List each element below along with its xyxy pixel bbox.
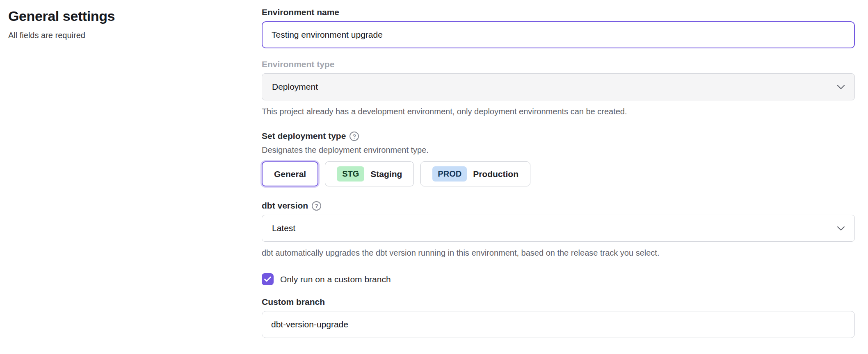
chevron-down-icon [837, 85, 845, 89]
deployment-type-general-button[interactable]: General [262, 161, 318, 186]
custom-branch-field: Custom branch [262, 297, 855, 338]
deployment-type-field: Set deployment type ? Designates the dep… [262, 131, 855, 186]
dbt-version-helper: dbt automatically upgrades the dbt versi… [262, 248, 855, 258]
deployment-type-staging-label: Staging [370, 169, 402, 179]
environment-type-label: Environment type [262, 59, 855, 69]
environment-settings-form: Environment name Environment type Deploy… [262, 7, 855, 338]
deployment-type-label: Set deployment type [262, 131, 346, 141]
environment-settings-page: General settings All fields are required… [0, 0, 868, 354]
dbt-version-select[interactable]: Latest [262, 215, 855, 242]
deployment-type-general-label: General [274, 169, 306, 179]
deployment-type-production-button[interactable]: PROD Production [420, 161, 530, 186]
help-icon[interactable]: ? [349, 132, 359, 141]
custom-branch-toggle-label: Only run on a custom branch [280, 275, 391, 284]
checkmark-icon [264, 277, 271, 282]
environment-type-field: Environment type Deployment This project… [262, 59, 855, 117]
production-badge: PROD [432, 166, 467, 182]
deployment-type-production-label: Production [473, 169, 519, 179]
environment-name-label: Environment name [262, 7, 855, 17]
dbt-version-label: dbt version [262, 201, 308, 211]
environment-name-field: Environment name [262, 7, 855, 48]
environment-type-select[interactable]: Deployment [262, 73, 855, 100]
environment-name-input[interactable] [262, 21, 855, 48]
custom-branch-toggle-row: Only run on a custom branch [262, 273, 855, 285]
custom-branch-label: Custom branch [262, 297, 855, 307]
help-icon[interactable]: ? [312, 201, 321, 211]
deployment-type-options: General STG Staging PROD Production [262, 161, 855, 186]
deployment-type-helper: Designates the deployment environment ty… [262, 145, 855, 155]
chevron-down-icon [837, 226, 845, 231]
custom-branch-checkbox[interactable] [262, 273, 274, 285]
dbt-version-value: Latest [272, 223, 295, 233]
staging-badge: STG [337, 166, 364, 182]
environment-type-helper: This project already has a development e… [262, 107, 855, 117]
environment-type-value: Deployment [272, 82, 318, 92]
custom-branch-input[interactable] [262, 311, 855, 338]
deployment-type-staging-button[interactable]: STG Staging [325, 161, 414, 186]
page-subtitle: All fields are required [8, 31, 262, 40]
page-title: General settings [8, 8, 262, 24]
settings-header: General settings All fields are required [8, 7, 262, 40]
dbt-version-field: dbt version ? Latest dbt automatically u… [262, 201, 855, 258]
